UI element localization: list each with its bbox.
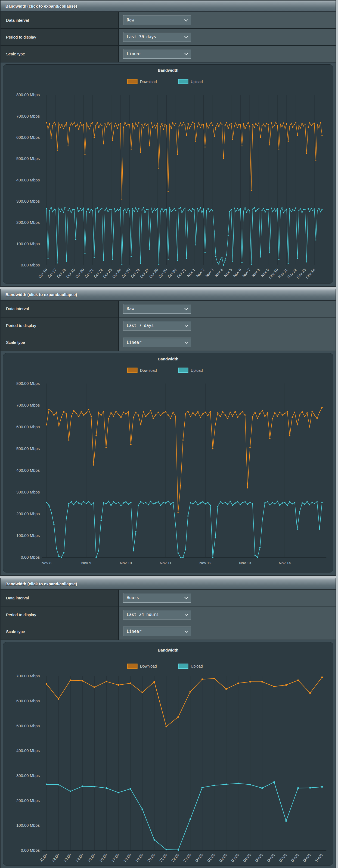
download-data-point bbox=[188, 123, 189, 124]
period-select[interactable]: Last 24 hours bbox=[123, 610, 191, 620]
download-data-point bbox=[283, 123, 284, 124]
chart-section: BandwidthDownloadUpload11:0012:0013:0014… bbox=[0, 640, 336, 868]
download-data-point bbox=[168, 191, 169, 192]
upload-data-point bbox=[316, 501, 318, 502]
scale-type-select[interactable]: Linear bbox=[123, 626, 191, 636]
download-data-point bbox=[165, 124, 166, 125]
upload-data-point bbox=[225, 783, 227, 785]
download-data-point bbox=[74, 122, 75, 123]
upload-data-point bbox=[319, 528, 320, 530]
upload-data-point bbox=[174, 208, 175, 209]
upload-data-point bbox=[309, 504, 310, 505]
upload-data-point bbox=[234, 208, 235, 209]
upload-data-point bbox=[318, 208, 319, 209]
upload-data-point bbox=[234, 502, 236, 504]
download-data-point bbox=[175, 415, 176, 417]
upload-data-point bbox=[71, 212, 72, 213]
upload-data-point bbox=[257, 209, 258, 210]
scale-type-select[interactable]: Linear bbox=[123, 49, 191, 59]
x-axis-label: Oct 18 bbox=[56, 268, 66, 279]
x-axis-label: Nov 14 bbox=[279, 561, 291, 565]
download-data-point bbox=[98, 411, 99, 413]
upload-data-point bbox=[297, 528, 298, 530]
panel-header[interactable]: Bandwidth (click to expand/collapse) bbox=[0, 0, 336, 12]
download-data-point bbox=[90, 415, 92, 417]
upload-data-point bbox=[83, 501, 85, 502]
x-axis-label: Nov 13 bbox=[239, 561, 251, 565]
period-select[interactable]: Last 30 days bbox=[123, 32, 191, 42]
upload-data-point bbox=[225, 502, 226, 503]
download-data-point bbox=[262, 410, 263, 411]
upload-data-point bbox=[109, 209, 110, 210]
x-axis-label: 20:00 bbox=[146, 853, 156, 863]
download-data-point bbox=[128, 411, 129, 412]
download-data-point bbox=[251, 190, 252, 191]
download-data-point bbox=[218, 126, 220, 127]
upload-data-point bbox=[148, 504, 149, 505]
x-axis-label: Oct 28 bbox=[148, 268, 159, 279]
upload-data-point bbox=[166, 849, 167, 850]
chart-canvas: BandwidthDownloadUploadNov 8Nov 9Nov 10N… bbox=[3, 353, 333, 572]
upload-data-point bbox=[260, 256, 261, 257]
x-axis-label: 18:00 bbox=[122, 853, 132, 863]
upload-data-point bbox=[232, 261, 233, 262]
upload-data-point bbox=[120, 505, 122, 506]
period-select[interactable]: Last 7 days bbox=[123, 321, 191, 331]
x-axis-label: Nov 8 bbox=[41, 561, 52, 565]
download-data-point bbox=[113, 415, 114, 417]
download-data-point bbox=[229, 124, 230, 125]
chevron-down-icon bbox=[185, 612, 188, 616]
x-axis-label: 08:00 bbox=[290, 853, 300, 863]
upload-data-point bbox=[64, 207, 65, 208]
data-interval-select[interactable]: Raw bbox=[123, 15, 191, 25]
panel-header[interactable]: Bandwidth (click to expand/collapse) bbox=[0, 289, 336, 301]
download-data-point bbox=[227, 418, 228, 419]
upload-data-point bbox=[51, 512, 52, 514]
upload-data-point bbox=[187, 515, 189, 517]
download-data-point bbox=[146, 125, 147, 126]
legend-upload-swatch bbox=[178, 79, 188, 84]
download-data-point bbox=[54, 122, 55, 123]
upload-data-point bbox=[150, 500, 151, 502]
download-data-point bbox=[263, 124, 264, 125]
scale-type-select[interactable]: Linear bbox=[123, 338, 191, 347]
upload-data-point bbox=[55, 209, 56, 211]
download-data-point bbox=[183, 122, 184, 123]
download-data-point bbox=[280, 124, 281, 125]
download-data-point bbox=[162, 123, 163, 124]
y-axis-label: 600.00 Mbps bbox=[16, 135, 40, 140]
upload-data-point bbox=[212, 557, 214, 558]
upload-data-point bbox=[238, 210, 240, 211]
download-data-point bbox=[247, 487, 248, 489]
upload-data-point bbox=[165, 502, 166, 504]
upload-data-point bbox=[52, 211, 53, 212]
upload-data-point bbox=[306, 261, 307, 262]
download-data-point bbox=[174, 125, 175, 126]
panel-header[interactable]: Bandwidth (click to expand/collapse) bbox=[0, 578, 336, 590]
panel-title: Bandwidth (click to expand/collapse) bbox=[5, 292, 77, 297]
download-data-point bbox=[234, 125, 235, 127]
upload-data-point bbox=[81, 210, 82, 211]
x-axis-label: Nov 1 bbox=[186, 268, 196, 278]
upload-data-point bbox=[269, 252, 270, 253]
upload-data-point bbox=[115, 211, 116, 212]
y-axis-label: 0.00 Mbps bbox=[21, 263, 40, 267]
upload-data-point bbox=[188, 210, 189, 211]
download-data-point bbox=[226, 122, 227, 123]
upload-data-point bbox=[74, 209, 75, 210]
download-data-point bbox=[261, 125, 263, 127]
download-data-point bbox=[291, 123, 292, 124]
data-interval-select[interactable]: Hours bbox=[123, 593, 191, 603]
upload-data-point bbox=[197, 208, 198, 209]
data-interval-select[interactable]: Raw bbox=[123, 304, 191, 314]
download-data-point bbox=[321, 677, 323, 678]
upload-data-point bbox=[249, 502, 251, 503]
download-data-point bbox=[211, 122, 212, 123]
upload-data-point bbox=[153, 839, 155, 841]
download-data-point bbox=[254, 127, 255, 128]
x-axis-label: Oct 31 bbox=[176, 268, 187, 279]
download-data-point bbox=[197, 126, 198, 127]
upload-data-point bbox=[223, 265, 224, 266]
download-data-point bbox=[319, 411, 320, 413]
download-data-point bbox=[261, 681, 263, 683]
